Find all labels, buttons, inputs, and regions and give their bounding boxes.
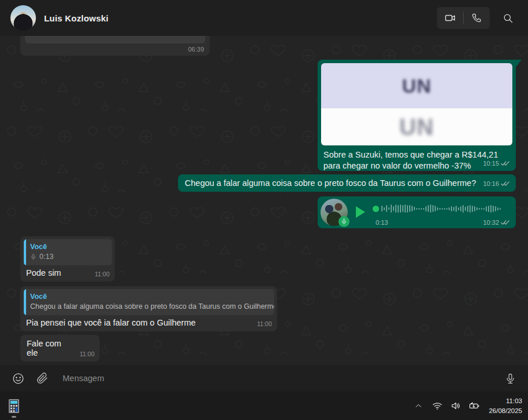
quote-author: Você: [30, 292, 270, 302]
voice-progress-dot[interactable]: [373, 206, 379, 212]
message-input[interactable]: [63, 374, 500, 383]
message-text: Fale com ele: [27, 339, 74, 357]
phone-icon: [471, 12, 483, 24]
message-time: 11:00: [80, 350, 95, 357]
message-text: Pode sim: [26, 268, 61, 277]
read-receipt-double-check-icon: [501, 160, 510, 166]
message-outgoing-image[interactable]: UN UN Sobre a Suzuki, temos que chegar a…: [318, 60, 516, 171]
message-list[interactable]: 06:39 UN UN Sobre a Suzuki, temos que ch…: [0, 36, 528, 365]
voice-waveform-bars: [381, 202, 501, 215]
quote-text: Chegou a falar alguma coisa sobre o pret…: [30, 302, 270, 312]
calculator-icon: [7, 398, 21, 414]
video-camera-icon: [444, 12, 457, 24]
taskbar-clock[interactable]: 11:03 26/08/2025: [489, 396, 522, 415]
speaker-volume-icon: [450, 400, 461, 411]
microphone-icon: [341, 218, 347, 225]
message-text: Chegou a falar alguma coisa sobre o pret…: [185, 178, 476, 188]
attach-button[interactable]: [32, 368, 52, 388]
voice-sender-avatar: [321, 199, 348, 226]
message-incoming-text[interactable]: Fale com ele 11:00: [20, 335, 100, 361]
attached-image[interactable]: UN UN: [321, 63, 512, 145]
microphone-icon: [30, 253, 37, 261]
tray-volume-button[interactable]: [448, 395, 463, 418]
voice-play-button[interactable]: [356, 206, 365, 218]
message-time: 11:00: [257, 320, 272, 327]
message-time: 10:15: [483, 160, 499, 167]
read-receipt-double-check-icon: [501, 220, 510, 225]
search-in-chat-button[interactable]: [498, 8, 518, 28]
tray-show-hidden-icons-button[interactable]: [411, 395, 426, 418]
taskbar-calculator-app[interactable]: [2, 393, 26, 419]
message-incoming-reply-text[interactable]: Você Chegou a falar alguma coisa sobre o…: [20, 286, 277, 331]
message-outgoing-text[interactable]: Chegou a falar alguma coisa sobre o pret…: [178, 174, 516, 192]
battery-charging-icon: [468, 400, 480, 411]
call-button-group: [437, 7, 490, 29]
quote-voice-duration: 0:13: [39, 252, 53, 262]
voice-mic-badge: [338, 216, 349, 227]
quote-author: Você: [30, 242, 107, 252]
chat-header: Luis Kozlowski: [0, 0, 528, 36]
emoji-smiley-icon: [12, 372, 24, 385]
whatsapp-window: Luis Kozlowski: [0, 0, 528, 420]
voice-duration: 0:13: [376, 219, 388, 226]
contact-name[interactable]: Luis Kozlowski: [44, 13, 108, 23]
taskbar-date: 26/08/2025: [489, 406, 522, 416]
message-outgoing-voice[interactable]: 0:13 10:32: [318, 196, 516, 228]
search-icon: [502, 13, 514, 24]
read-receipt-double-check-icon: [501, 181, 510, 187]
message-composer: [0, 365, 528, 392]
message-time: 10:32: [483, 219, 499, 226]
message-text: Pia pensei que você ia falar com o Guilh…: [26, 318, 196, 327]
video-call-button[interactable]: [437, 7, 463, 29]
message-incoming-media-cutoff[interactable]: 06:39: [20, 36, 210, 56]
running-app-indicator: [12, 416, 16, 418]
message-time: 11:00: [95, 271, 110, 277]
emoji-button[interactable]: [8, 368, 28, 388]
microphone-icon: [505, 373, 516, 384]
tray-wifi-button[interactable]: [429, 395, 445, 418]
quoted-message[interactable]: Você 0:13: [24, 239, 112, 265]
quoted-message[interactable]: Você Chegou a falar alguma coisa sobre o…: [24, 289, 274, 315]
image-blurred-text-top: UN: [402, 75, 431, 97]
tray-battery-button[interactable]: [467, 395, 482, 418]
record-voice-button[interactable]: [500, 368, 520, 388]
taskbar-time: 11:03: [489, 396, 522, 406]
contact-avatar[interactable]: [10, 5, 36, 31]
message-time: 10:16: [483, 180, 499, 187]
media-thumbnail[interactable]: [25, 36, 205, 43]
chevron-up-icon: [414, 401, 423, 411]
message-incoming-reply-voice[interactable]: Você 0:13 Pode sim 11:00: [20, 236, 115, 282]
image-caption: Sobre a Suzuki, temos que chegar a R$144…: [321, 145, 512, 173]
image-blurred-text-bottom: UN: [399, 114, 434, 140]
paperclip-icon: [37, 372, 48, 384]
message-time: 06:39: [188, 46, 204, 53]
windows-taskbar: 11:03 26/08/2025: [0, 392, 528, 420]
voice-call-button[interactable]: [464, 7, 490, 29]
voice-waveform[interactable]: [373, 202, 508, 215]
wifi-icon: [432, 400, 443, 411]
bubble-tail: [515, 60, 522, 67]
